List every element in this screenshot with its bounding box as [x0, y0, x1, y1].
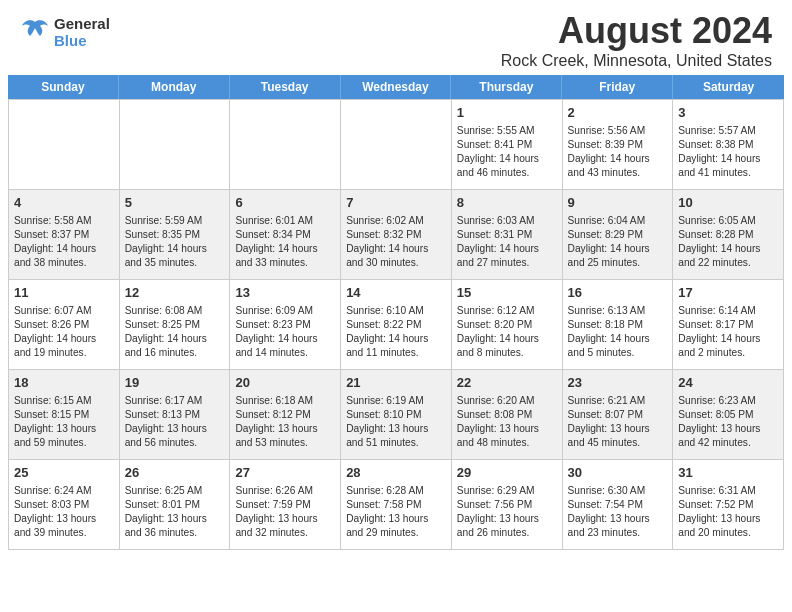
day-info: Sunrise: 5:58 AMSunset: 8:37 PMDaylight:… — [14, 214, 114, 270]
day-number: 26 — [125, 464, 225, 482]
day-number: 18 — [14, 374, 114, 392]
day-number: 17 — [678, 284, 778, 302]
calendar-row-2: 11Sunrise: 6:07 AMSunset: 8:26 PMDayligh… — [9, 280, 784, 370]
calendar-cell-1-1: 5Sunrise: 5:59 AMSunset: 8:35 PMDaylight… — [120, 190, 231, 280]
calendar-body: 1Sunrise: 5:55 AMSunset: 8:41 PMDaylight… — [8, 99, 784, 550]
day-number: 8 — [457, 194, 557, 212]
day-number: 31 — [678, 464, 778, 482]
header-monday: Monday — [119, 75, 230, 99]
calendar-cell-1-4: 8Sunrise: 6:03 AMSunset: 8:31 PMDaylight… — [452, 190, 563, 280]
header-saturday: Saturday — [673, 75, 784, 99]
calendar-cell-0-1 — [120, 100, 231, 190]
calendar-cell-3-3: 21Sunrise: 6:19 AMSunset: 8:10 PMDayligh… — [341, 370, 452, 460]
day-number: 9 — [568, 194, 668, 212]
day-info: Sunrise: 6:30 AMSunset: 7:54 PMDaylight:… — [568, 484, 668, 540]
calendar-cell-0-4: 1Sunrise: 5:55 AMSunset: 8:41 PMDaylight… — [452, 100, 563, 190]
calendar-cell-4-6: 31Sunrise: 6:31 AMSunset: 7:52 PMDayligh… — [673, 460, 784, 550]
calendar-row-0: 1Sunrise: 5:55 AMSunset: 8:41 PMDaylight… — [9, 100, 784, 190]
day-number: 11 — [14, 284, 114, 302]
header-sunday: Sunday — [8, 75, 119, 99]
day-info: Sunrise: 6:19 AMSunset: 8:10 PMDaylight:… — [346, 394, 446, 450]
day-info: Sunrise: 6:23 AMSunset: 8:05 PMDaylight:… — [678, 394, 778, 450]
header-friday: Friday — [562, 75, 673, 99]
calendar-row-4: 25Sunrise: 6:24 AMSunset: 8:03 PMDayligh… — [9, 460, 784, 550]
day-info: Sunrise: 5:56 AMSunset: 8:39 PMDaylight:… — [568, 124, 668, 180]
calendar-cell-3-2: 20Sunrise: 6:18 AMSunset: 8:12 PMDayligh… — [230, 370, 341, 460]
day-number: 3 — [678, 104, 778, 122]
day-info: Sunrise: 6:18 AMSunset: 8:12 PMDaylight:… — [235, 394, 335, 450]
title-block: August 2024 Rock Creek, Minnesota, Unite… — [501, 10, 772, 70]
calendar-cell-0-6: 3Sunrise: 5:57 AMSunset: 8:38 PMDaylight… — [673, 100, 784, 190]
day-info: Sunrise: 5:57 AMSunset: 8:38 PMDaylight:… — [678, 124, 778, 180]
calendar-cell-2-6: 17Sunrise: 6:14 AMSunset: 8:17 PMDayligh… — [673, 280, 784, 370]
logo-text: General Blue — [54, 15, 110, 49]
day-info: Sunrise: 6:12 AMSunset: 8:20 PMDaylight:… — [457, 304, 557, 360]
calendar-cell-2-0: 11Sunrise: 6:07 AMSunset: 8:26 PMDayligh… — [9, 280, 120, 370]
calendar-cell-1-0: 4Sunrise: 5:58 AMSunset: 8:37 PMDaylight… — [9, 190, 120, 280]
header-tuesday: Tuesday — [230, 75, 341, 99]
calendar-cell-2-1: 12Sunrise: 6:08 AMSunset: 8:25 PMDayligh… — [120, 280, 231, 370]
page-subtitle: Rock Creek, Minnesota, United States — [501, 52, 772, 70]
day-info: Sunrise: 6:26 AMSunset: 7:59 PMDaylight:… — [235, 484, 335, 540]
day-info: Sunrise: 6:29 AMSunset: 7:56 PMDaylight:… — [457, 484, 557, 540]
day-info: Sunrise: 6:25 AMSunset: 8:01 PMDaylight:… — [125, 484, 225, 540]
day-info: Sunrise: 6:31 AMSunset: 7:52 PMDaylight:… — [678, 484, 778, 540]
day-info: Sunrise: 6:02 AMSunset: 8:32 PMDaylight:… — [346, 214, 446, 270]
day-number: 30 — [568, 464, 668, 482]
calendar-row-1: 4Sunrise: 5:58 AMSunset: 8:37 PMDaylight… — [9, 190, 784, 280]
calendar-cell-2-2: 13Sunrise: 6:09 AMSunset: 8:23 PMDayligh… — [230, 280, 341, 370]
day-number: 1 — [457, 104, 557, 122]
calendar-cell-2-3: 14Sunrise: 6:10 AMSunset: 8:22 PMDayligh… — [341, 280, 452, 370]
calendar-cell-1-6: 10Sunrise: 6:05 AMSunset: 8:28 PMDayligh… — [673, 190, 784, 280]
calendar-cell-3-4: 22Sunrise: 6:20 AMSunset: 8:08 PMDayligh… — [452, 370, 563, 460]
calendar-cell-1-2: 6Sunrise: 6:01 AMSunset: 8:34 PMDaylight… — [230, 190, 341, 280]
day-number: 13 — [235, 284, 335, 302]
calendar-cell-3-5: 23Sunrise: 6:21 AMSunset: 8:07 PMDayligh… — [563, 370, 674, 460]
calendar-row-3: 18Sunrise: 6:15 AMSunset: 8:15 PMDayligh… — [9, 370, 784, 460]
header-thursday: Thursday — [451, 75, 562, 99]
day-number: 10 — [678, 194, 778, 212]
calendar-cell-4-5: 30Sunrise: 6:30 AMSunset: 7:54 PMDayligh… — [563, 460, 674, 550]
day-number: 4 — [14, 194, 114, 212]
day-number: 16 — [568, 284, 668, 302]
day-info: Sunrise: 6:21 AMSunset: 8:07 PMDaylight:… — [568, 394, 668, 450]
calendar-cell-3-6: 24Sunrise: 6:23 AMSunset: 8:05 PMDayligh… — [673, 370, 784, 460]
calendar-cell-0-5: 2Sunrise: 5:56 AMSunset: 8:39 PMDaylight… — [563, 100, 674, 190]
day-info: Sunrise: 6:13 AMSunset: 8:18 PMDaylight:… — [568, 304, 668, 360]
calendar: Sunday Monday Tuesday Wednesday Thursday… — [8, 75, 784, 550]
day-info: Sunrise: 6:05 AMSunset: 8:28 PMDaylight:… — [678, 214, 778, 270]
day-number: 19 — [125, 374, 225, 392]
page-title: August 2024 — [501, 10, 772, 52]
day-info: Sunrise: 6:14 AMSunset: 8:17 PMDaylight:… — [678, 304, 778, 360]
day-info: Sunrise: 6:04 AMSunset: 8:29 PMDaylight:… — [568, 214, 668, 270]
calendar-cell-1-3: 7Sunrise: 6:02 AMSunset: 8:32 PMDaylight… — [341, 190, 452, 280]
day-info: Sunrise: 6:28 AMSunset: 7:58 PMDaylight:… — [346, 484, 446, 540]
day-number: 20 — [235, 374, 335, 392]
day-number: 22 — [457, 374, 557, 392]
day-info: Sunrise: 6:07 AMSunset: 8:26 PMDaylight:… — [14, 304, 114, 360]
calendar-cell-4-0: 25Sunrise: 6:24 AMSunset: 8:03 PMDayligh… — [9, 460, 120, 550]
day-number: 7 — [346, 194, 446, 212]
header-wednesday: Wednesday — [341, 75, 452, 99]
calendar-cell-2-5: 16Sunrise: 6:13 AMSunset: 8:18 PMDayligh… — [563, 280, 674, 370]
calendar-cell-3-0: 18Sunrise: 6:15 AMSunset: 8:15 PMDayligh… — [9, 370, 120, 460]
day-info: Sunrise: 5:59 AMSunset: 8:35 PMDaylight:… — [125, 214, 225, 270]
calendar-header: Sunday Monday Tuesday Wednesday Thursday… — [8, 75, 784, 99]
day-number: 21 — [346, 374, 446, 392]
calendar-cell-0-3 — [341, 100, 452, 190]
day-number: 27 — [235, 464, 335, 482]
day-info: Sunrise: 6:01 AMSunset: 8:34 PMDaylight:… — [235, 214, 335, 270]
day-info: Sunrise: 6:15 AMSunset: 8:15 PMDaylight:… — [14, 394, 114, 450]
calendar-cell-4-4: 29Sunrise: 6:29 AMSunset: 7:56 PMDayligh… — [452, 460, 563, 550]
day-info: Sunrise: 6:24 AMSunset: 8:03 PMDaylight:… — [14, 484, 114, 540]
day-info: Sunrise: 6:09 AMSunset: 8:23 PMDaylight:… — [235, 304, 335, 360]
day-info: Sunrise: 6:20 AMSunset: 8:08 PMDaylight:… — [457, 394, 557, 450]
day-info: Sunrise: 6:10 AMSunset: 8:22 PMDaylight:… — [346, 304, 446, 360]
logo-icon — [20, 18, 50, 46]
day-number: 15 — [457, 284, 557, 302]
calendar-cell-0-0 — [9, 100, 120, 190]
day-number: 25 — [14, 464, 114, 482]
calendar-cell-4-2: 27Sunrise: 6:26 AMSunset: 7:59 PMDayligh… — [230, 460, 341, 550]
day-number: 23 — [568, 374, 668, 392]
day-info: Sunrise: 6:17 AMSunset: 8:13 PMDaylight:… — [125, 394, 225, 450]
